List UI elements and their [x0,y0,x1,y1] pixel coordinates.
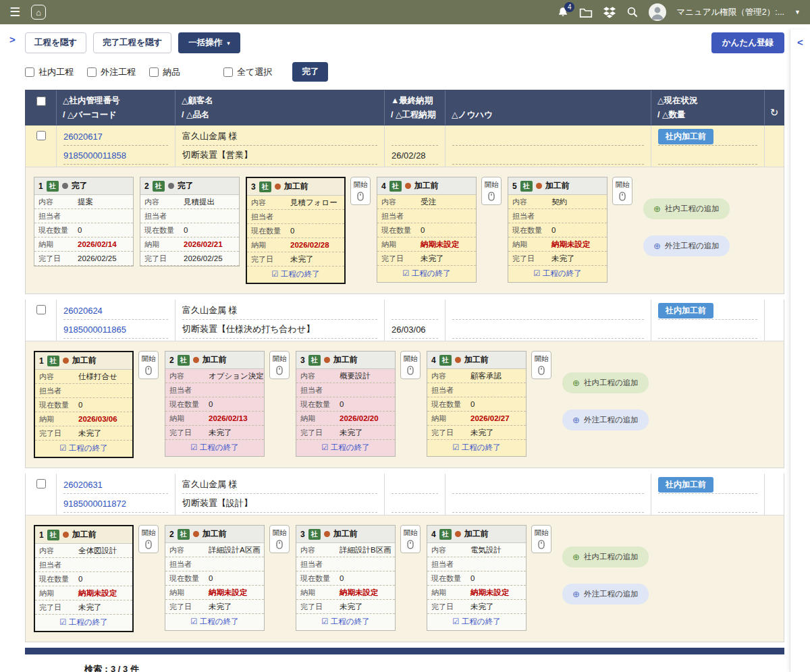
column-header-status[interactable]: △現在状況 / △数量 [651,90,765,125]
assignee-label: 担当者 [251,212,286,222]
filter-internal-process[interactable]: 社内工程 [25,66,74,78]
end-process-link[interactable]: ☑ 工程の終了 [59,444,107,452]
column-header-due[interactable]: ▲最終納期 / △工程納期 [385,90,446,125]
process-card[interactable]: 4 社 加工前 内容電気設計 担当者 現在数量0 納期納期未設定 完了日未完了 … [427,525,526,631]
due-value: 2026/02/20 [340,414,379,422]
process-card[interactable]: 4 社 加工前 内容受注 担当者 現在数量0 納期納期未設定 完了日未完了 ☑ … [377,177,477,283]
expand-panel-left-icon[interactable]: > [9,34,16,45]
user-menu-label[interactable]: マニュアル権限（管理2）:... [676,7,784,18]
process-card[interactable]: 3 社 加工前 内容概要設計 担当者 現在数量0 納期2026/02/20 完了… [296,351,396,457]
order-barcode-link[interactable]: 9185000011858 [63,150,126,161]
add-external-process-button[interactable]: ⊕ 外注工程の追加 [562,410,649,430]
start-process-button[interactable]: 開始 [269,351,290,379]
process-number: 1 [39,530,44,540]
status-badge[interactable]: 社内加工前 [658,129,713,144]
add-external-process-button[interactable]: ⊕ 外注工程の追加 [562,584,649,605]
start-process-button[interactable]: 開始 [481,177,502,205]
start-process-button[interactable]: 開始 [138,525,159,553]
user-menu-caret-icon[interactable]: ▼ [794,9,801,16]
easy-register-button[interactable]: かんたん登録 [711,32,784,53]
row-checkbox[interactable] [36,305,46,314]
add-external-process-button[interactable]: ⊕ 外注工程の追加 [643,235,730,256]
complete-button[interactable]: 完了 [292,62,328,82]
add-internal-process-button[interactable]: ⊕ 社内工程の追加 [643,198,730,219]
refresh-icon[interactable]: ↻ [770,105,779,121]
filter-delivery[interactable]: 納品 [149,66,180,78]
status-badge[interactable]: 社内加工前 [658,477,713,493]
dropbox-icon[interactable] [603,6,616,19]
start-process-button[interactable]: 開始 [400,351,421,379]
process-due-empty [392,302,438,320]
final-due-date [392,495,438,513]
order-id-link[interactable]: 26020624 [63,306,103,316]
row-checkbox[interactable] [36,131,46,140]
process-card[interactable]: 5 社 加工前 内容契約 担当者 現在数量0 納期納期未設定 完了日未完了 ☑ … [508,177,608,283]
end-process-link[interactable]: ☑ 工程の終了 [452,443,500,451]
start-process-button[interactable]: 開始 [400,525,421,553]
end-process-link[interactable]: ☑ 工程の終了 [533,269,581,277]
add-internal-process-button[interactable]: ⊕ 社内工程の追加 [562,547,649,567]
column-header-customer[interactable]: △顧客名 / △品名 [176,90,385,125]
search-icon[interactable] [626,6,639,18]
column-header-id[interactable]: △社内管理番号 / △バーコード [57,90,176,125]
process-card[interactable]: 2 社 完了 内容見積提出 担当者 現在数量0 納期2026/02/21 完了日… [140,177,240,267]
hide-completed-process-button[interactable]: 完了工程を隠す [93,32,171,53]
order-barcode-link[interactable]: 9185000011872 [63,499,126,509]
filter-external-checkbox[interactable] [87,67,97,77]
process-card[interactable]: 3 社 加工前 内容詳細設計B区画 担当者 現在数量0 納期納期未設定 完了日未… [296,525,396,631]
product-name: 切断装置【設計】 [182,495,377,513]
process-card[interactable]: 1 社 加工前 内容全体図設計 担当者 現在数量0 納期納期未設定 完了日未完了… [34,525,134,632]
process-card[interactable]: 2 社 加工前 内容詳細設計A区画 担当者 現在数量0 納期納期未設定 完了日未… [165,525,265,631]
folder-icon[interactable] [579,7,593,18]
filter-select-all-checkbox[interactable] [223,67,233,77]
filter-delivery-checkbox[interactable] [149,67,159,77]
end-process-link[interactable]: ☑ 工程の終了 [59,618,107,626]
filter-select-all[interactable]: 全て選択 [223,66,272,78]
notification-bell-icon[interactable]: 4 [557,6,569,18]
due-label: 納期 [38,240,74,250]
select-all-rows-checkbox[interactable] [36,96,46,106]
end-process-link[interactable]: ☑ 工程の終了 [452,617,500,625]
start-process-button[interactable]: 開始 [138,351,159,379]
bulk-action-button[interactable]: 一括操作 ▾ [178,32,240,53]
end-process-link[interactable]: ☑ 工程の終了 [271,270,319,278]
hide-process-button[interactable]: 工程を隠す [25,32,86,53]
order-barcode-link[interactable]: 9185000011865 [63,325,126,335]
knowhow-empty-2 [452,146,644,165]
process-card[interactable]: 4 社 加工前 内容顧客承認 担当者 現在数量0 納期2026/02/27 完了… [427,351,526,457]
collapse-panel-right-icon[interactable]: < [797,36,803,672]
quantity-value: 0 [470,400,475,408]
menu-icon[interactable]: ☰ [9,5,20,20]
column-header-knowhow[interactable]: △ノウハウ [446,90,651,125]
quantity-label: 現在数量 [300,573,335,584]
process-status-dot-icon [275,184,281,190]
due-label: 納期 [144,240,180,250]
order-id-link[interactable]: 26020617 [63,132,103,142]
start-process-button[interactable]: 開始 [350,177,371,205]
start-process-button[interactable]: 開始 [269,525,290,553]
filter-internal-checkbox[interactable] [25,67,34,77]
end-process-link[interactable]: ☑ 工程の終了 [190,617,238,625]
process-card[interactable]: 1 社 加工前 内容仕様打合せ 担当者 現在数量0 納期2026/03/06 完… [34,351,134,458]
horizontal-scrollbar[interactable] [25,648,784,654]
assignee-label: 担当者 [512,211,547,221]
home-icon[interactable]: ⌂ [31,5,46,20]
process-state: 加工前 [72,529,97,540]
status-badge[interactable]: 社内加工前 [658,303,713,318]
plus-circle-icon: ⊕ [572,589,580,599]
end-process-link[interactable]: ☑ 工程の終了 [321,617,369,625]
row-checkbox[interactable] [36,479,46,488]
end-process-link[interactable]: ☑ 工程の終了 [321,443,369,451]
end-process-link[interactable]: ☑ 工程の終了 [190,443,238,451]
add-internal-process-button[interactable]: ⊕ 社内工程の追加 [562,372,649,393]
start-process-button[interactable]: 開始 [531,525,551,553]
start-process-button[interactable]: 開始 [531,351,551,379]
end-process-link[interactable]: ☑ 工程の終了 [402,269,450,277]
avatar[interactable] [649,3,666,21]
process-card[interactable]: 3 社 加工前 内容見積フォロー 担当者 現在数量0 納期2026/02/28 … [246,177,346,284]
start-process-button[interactable]: 開始 [612,177,632,205]
process-card[interactable]: 1 社 完了 内容提案 担当者 現在数量0 納期2026/02/14 完了日20… [34,177,134,267]
filter-external-process[interactable]: 外注工程 [87,66,136,78]
order-id-link[interactable]: 26020631 [63,480,103,490]
process-card[interactable]: 2 社 加工前 内容オプション決定 担当者 現在数量0 納期2026/02/13… [165,351,265,457]
